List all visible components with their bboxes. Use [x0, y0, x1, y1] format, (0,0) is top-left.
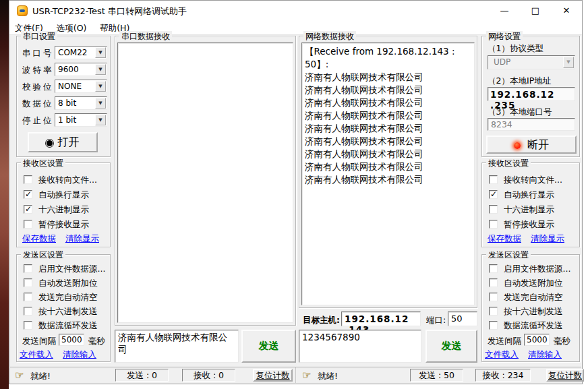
- protocol-select[interactable]: UDP ▼: [488, 55, 575, 69]
- open-serial-button[interactable]: 打开: [28, 132, 98, 152]
- serial-received-count: 接收 : 0: [182, 369, 235, 382]
- checkbox-pause-rx[interactable]: [24, 220, 32, 229]
- serial-send-input[interactable]: 济南有人物联网技术有限公司: [115, 330, 239, 363]
- interval-unit: 毫秒: [88, 336, 105, 347]
- clear-display-link[interactable]: 清除显示: [531, 233, 564, 245]
- local-ip-input[interactable]: 192.168.12 .235: [488, 87, 575, 101]
- load-file-link[interactable]: 文件载入: [485, 349, 519, 361]
- target-host-input[interactable]: 192.168.12 .143: [341, 311, 421, 326]
- clear-display-link[interactable]: 清除显示: [65, 233, 99, 245]
- serial-send-settings-group: 发送区设置 启用文件数据源... 自动发送附加位 发送完自动清空 按十六进制发送…: [16, 254, 111, 362]
- serial-receive-group: 串口数据接收: [115, 36, 296, 326]
- ready-hand-icon: ☞: [15, 369, 24, 381]
- serial-settings-group: 串口设置 串口号 COM22 ▼ 波特率 9600 ▼ 校验位 NONE ▼ 数…: [16, 36, 111, 157]
- interval-input[interactable]: 5000: [524, 334, 550, 346]
- network-settings-title: 网络设置: [486, 31, 523, 42]
- chevron-down-icon[interactable]: ▼: [95, 98, 106, 109]
- network-receive-settings-title: 接收区设置: [486, 158, 531, 169]
- checkbox-hex-display[interactable]: [24, 205, 32, 214]
- serial-receive-title: 串口数据接收: [119, 31, 172, 42]
- chevron-down-icon[interactable]: ▼: [95, 47, 106, 58]
- serial-receive-settings-title: 接收区设置: [21, 158, 65, 169]
- close-button[interactable]: ✕: [551, 1, 582, 21]
- target-port-input[interactable]: 50: [448, 311, 477, 326]
- serial-send-settings-title: 发送区设置: [21, 249, 65, 261]
- network-send-input[interactable]: 1234567890: [299, 330, 421, 363]
- checkbox-send-hex[interactable]: [24, 307, 32, 316]
- clear-input-link[interactable]: 清除输入: [528, 349, 562, 361]
- stop-bits-label: 停止位: [22, 115, 54, 127]
- checkbox-clear-after-send[interactable]: [24, 293, 32, 301]
- interval-label: 发送间隔: [22, 336, 56, 347]
- checkbox-auto-append[interactable]: [24, 278, 32, 287]
- local-port-input[interactable]: 8234: [488, 118, 575, 131]
- app-icon: [17, 5, 28, 16]
- chevron-down-icon: ▼: [563, 57, 574, 68]
- network-receive-settings-group: 接收区设置 接收转向文件... 自动换行显示 十六进制显示 暂停接收显示 保存数…: [481, 162, 580, 247]
- title-bar: USR-TCP232-Test 串口转网络调试助手 — □ ✕: [9, 1, 582, 21]
- stop-bits-select[interactable]: 1 bit ▼: [55, 113, 107, 127]
- target-port-label: 端口:: [426, 315, 446, 326]
- serial-settings-title: 串口设置: [21, 31, 57, 42]
- minimize-button[interactable]: —: [489, 1, 520, 21]
- load-file-link[interactable]: 文件载入: [20, 349, 53, 361]
- parity-select[interactable]: NONE ▼: [55, 80, 107, 93]
- chevron-down-icon[interactable]: ▼: [95, 115, 106, 125]
- data-bits-label: 数据位: [22, 98, 54, 110]
- parity-label: 校验位: [22, 82, 54, 93]
- com-port-select[interactable]: COM22 ▼: [55, 46, 107, 59]
- network-reset-count-button[interactable]: 复位计数: [546, 369, 584, 382]
- network-receive-area[interactable]: 【Receive from 192.168.12.143 : 50】: 济南有人…: [301, 42, 475, 305]
- checkbox-file-source[interactable]: [489, 264, 498, 273]
- chevron-down-icon[interactable]: ▼: [95, 81, 106, 92]
- baud-rate-label: 波特率: [22, 65, 54, 76]
- local-ip-label: （2）本地IP地址: [488, 76, 551, 87]
- save-data-link[interactable]: 保存数据: [22, 233, 56, 245]
- serial-receive-area[interactable]: [117, 42, 293, 323]
- connected-led-icon: [514, 142, 521, 149]
- network-send-settings-title: 发送区设置: [486, 249, 531, 261]
- baud-rate-select[interactable]: 9600 ▼: [55, 63, 107, 76]
- checkbox-clear-after-send[interactable]: [489, 293, 498, 301]
- serial-receive-settings-group: 接收区设置 接收转向文件... 自动换行显示 十六进制显示 暂停接收显示 保存数…: [16, 162, 111, 247]
- network-send-button[interactable]: 发送: [425, 330, 477, 363]
- interval-input[interactable]: 5000: [59, 334, 84, 346]
- checkbox-auto-newline[interactable]: [24, 190, 32, 199]
- chevron-down-icon[interactable]: ▼: [95, 64, 106, 75]
- checkbox-auto-newline[interactable]: [489, 190, 498, 199]
- closed-led-icon: [47, 140, 53, 146]
- disconnect-button[interactable]: 断开: [486, 136, 577, 154]
- checkbox-auto-append[interactable]: [489, 278, 498, 287]
- checkbox-loop-send[interactable]: [489, 321, 498, 330]
- interval-unit: 毫秒: [554, 336, 570, 347]
- ready-hand-icon: ☞: [302, 369, 311, 381]
- network-sent-count: 发送 : 50: [410, 369, 463, 382]
- serial-sent-count: 发送 : 0: [115, 369, 169, 382]
- checkbox-loop-send[interactable]: [24, 321, 32, 330]
- target-host-label: 目标主机:: [303, 315, 340, 326]
- checkbox-file-source[interactable]: [24, 264, 32, 273]
- serial-send-button[interactable]: 发送: [241, 330, 296, 363]
- com-port-label: 串口号: [22, 48, 54, 59]
- serial-ready-text: 就绪!: [30, 371, 51, 382]
- checkbox-hex-display[interactable]: [489, 205, 498, 214]
- serial-reset-count-button[interactable]: 复位计数: [253, 369, 293, 382]
- checkbox-rx-to-file[interactable]: [24, 175, 32, 184]
- network-settings-group: 网络设置 （1）协议类型 UDP ▼ （2）本地IP地址 192.168.12 …: [481, 36, 580, 157]
- checkbox-pause-rx[interactable]: [489, 220, 498, 229]
- save-data-link[interactable]: 保存数据: [488, 233, 521, 245]
- network-receive-title: 网络数据接收: [303, 31, 356, 42]
- local-port-label: （3）本地端口号: [488, 107, 552, 118]
- interval-label: 发送间隔: [488, 336, 521, 347]
- network-ready-text: 就绪!: [318, 371, 338, 382]
- network-status-bar: ☞ 就绪! 发送 : 50 接收 : 234 复位计数: [295, 367, 581, 383]
- maximize-button[interactable]: □: [520, 1, 551, 21]
- serial-status-bar: ☞ 就绪! 发送 : 0 接收 : 0 复位计数: [10, 367, 295, 383]
- data-bits-select[interactable]: 8 bit ▼: [55, 96, 107, 110]
- desktop-background: [0, 0, 9, 389]
- checkbox-send-hex[interactable]: [489, 307, 498, 316]
- app-window: USR-TCP232-Test 串口转网络调试助手 — □ ✕ 文件(F) 选项…: [9, 0, 583, 384]
- protocol-label: （1）协议类型: [488, 43, 543, 55]
- checkbox-rx-to-file[interactable]: [489, 175, 498, 184]
- clear-input-link[interactable]: 清除输入: [63, 349, 96, 361]
